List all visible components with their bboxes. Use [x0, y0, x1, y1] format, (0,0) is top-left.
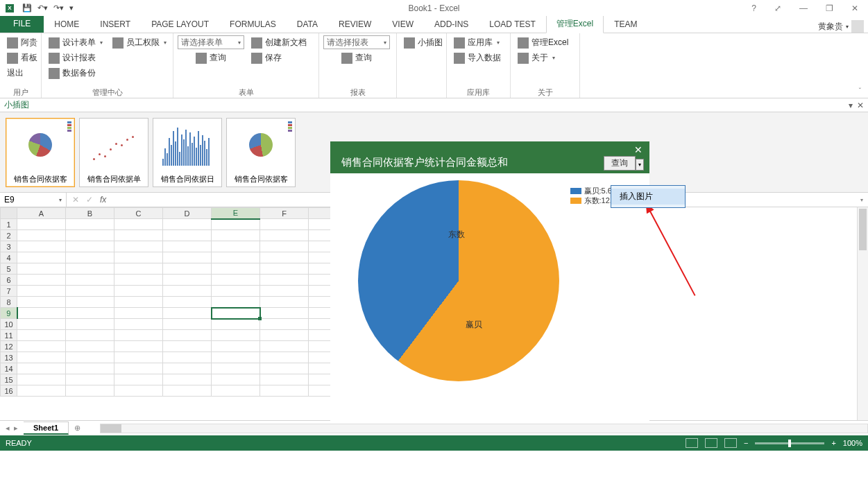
cell-F14[interactable] [260, 363, 309, 374]
chart-floating-window[interactable]: ✕ 销售合同依据客户统计合同金额总和 查询 ▾ 东数 赢贝 赢贝:5.6 东数:… [330, 141, 649, 426]
cell-A15[interactable] [17, 374, 66, 385]
chart-window-header[interactable]: ✕ 销售合同依据客户统计合同金额总和 查询 ▾ [330, 141, 649, 173]
cell-C13[interactable] [114, 352, 163, 363]
ribbon-display-icon[interactable]: ⤢ [770, 2, 785, 15]
cell-C15[interactable] [114, 374, 163, 385]
row-header-16[interactable]: 16 [1, 385, 17, 397]
cell-F2[interactable] [260, 230, 309, 241]
cell-D8[interactable] [163, 297, 212, 308]
cell-A8[interactable] [17, 297, 66, 308]
cell-C14[interactable] [114, 363, 163, 374]
cell-C4[interactable] [114, 252, 163, 263]
col-header-A[interactable]: A [17, 208, 66, 219]
sheet-nav-first-icon[interactable]: ◂ [6, 424, 10, 433]
redo-icon[interactable]: ↷▾ [53, 3, 64, 12]
form-query-button[interactable]: 查询 [178, 51, 244, 65]
cell-D11[interactable] [163, 330, 212, 341]
cell-E3[interactable] [212, 241, 260, 252]
cell-F13[interactable] [260, 352, 309, 363]
import-data-button[interactable]: 导入数据 [451, 51, 504, 65]
kanban-button[interactable]: 看板 [4, 51, 40, 65]
save-doc-button[interactable]: 保存 [248, 51, 309, 65]
cell-E16[interactable] [212, 385, 260, 397]
cell-D4[interactable] [163, 252, 212, 263]
mini-chart-button[interactable]: 小插图 [401, 35, 445, 50]
view-normal-icon[interactable] [686, 438, 698, 448]
cell-F15[interactable] [260, 374, 309, 385]
gallery-item-0[interactable]: 销售合同依据客 [6, 118, 75, 187]
gallery-item-3[interactable]: 销售合同依据客 [226, 118, 296, 187]
cell-D2[interactable] [163, 230, 212, 241]
cell-A16[interactable] [17, 385, 66, 397]
cell-E9[interactable] [212, 308, 260, 319]
tab-addins[interactable]: ADD-INS [424, 16, 479, 33]
menu-insert-image[interactable]: 插入图片 [611, 189, 685, 205]
cell-C8[interactable] [114, 297, 163, 308]
cell-E2[interactable] [212, 230, 260, 241]
cell-A6[interactable] [17, 275, 66, 286]
vertical-scrollbar[interactable] [857, 207, 868, 420]
cell-C10[interactable] [114, 319, 163, 330]
design-form-button[interactable]: 设计表单 [46, 35, 105, 50]
row-header-2[interactable]: 2 [1, 230, 17, 241]
cell-E5[interactable] [212, 263, 260, 275]
cell-E8[interactable] [212, 297, 260, 308]
cell-C3[interactable] [114, 241, 163, 252]
tab-review[interactable]: REVIEW [328, 16, 382, 33]
cell-A3[interactable] [17, 241, 66, 252]
horizontal-scrollbar[interactable] [100, 424, 868, 433]
cell-E7[interactable] [212, 286, 260, 297]
tab-home[interactable]: HOME [44, 16, 90, 33]
tab-formulas[interactable]: FORMULAS [219, 16, 287, 33]
cell-F5[interactable] [260, 263, 309, 275]
cell-A10[interactable] [17, 319, 66, 330]
row-header-5[interactable]: 5 [1, 263, 17, 275]
cell-B12[interactable] [66, 341, 114, 352]
cell-B16[interactable] [66, 385, 114, 397]
minimize-button[interactable]: — [795, 2, 812, 15]
tab-insert[interactable]: INSERT [90, 16, 141, 33]
cell-F4[interactable] [260, 252, 309, 263]
exit-button[interactable]: 退出 [4, 66, 40, 80]
cell-F6[interactable] [260, 275, 309, 286]
data-backup-button[interactable]: 数据备份 [46, 66, 105, 80]
cell-B1[interactable] [66, 219, 114, 230]
accept-formula-icon[interactable]: ✓ [86, 195, 93, 205]
tab-file[interactable]: FILE [0, 15, 44, 33]
cell-F11[interactable] [260, 330, 309, 341]
cell-B15[interactable] [66, 374, 114, 385]
new-doc-button[interactable]: 创建新文档 [248, 35, 309, 50]
cell-D16[interactable] [163, 385, 212, 397]
cell-F12[interactable] [260, 341, 309, 352]
cell-D14[interactable] [163, 363, 212, 374]
zoom-out-button[interactable]: − [744, 439, 748, 447]
cell-A13[interactable] [17, 352, 66, 363]
form-select-combo[interactable]: 请选择表单 [178, 35, 244, 49]
cell-E1[interactable] [212, 219, 260, 230]
cell-C9[interactable] [114, 308, 163, 319]
design-report-button[interactable]: 设计报表 [46, 51, 105, 65]
cell-E4[interactable] [212, 252, 260, 263]
row-header-10[interactable]: 10 [1, 319, 17, 330]
cell-A14[interactable] [17, 363, 66, 374]
cell-E10[interactable] [212, 319, 260, 330]
cell-A12[interactable] [17, 341, 66, 352]
close-button[interactable]: ✕ [847, 2, 862, 15]
cancel-formula-icon[interactable]: ✕ [72, 195, 79, 205]
col-header-D[interactable]: D [163, 208, 212, 219]
cell-B3[interactable] [66, 241, 114, 252]
row-header-14[interactable]: 14 [1, 363, 17, 374]
save-icon[interactable]: 💾 [22, 3, 32, 12]
manage-excel-button[interactable]: 管理Excel [515, 35, 571, 50]
row-header-6[interactable]: 6 [1, 275, 17, 286]
chart-query-dropdown[interactable]: ▾ [636, 159, 644, 171]
user-agui-button[interactable]: 阿贵 [4, 35, 40, 50]
report-query-button[interactable]: 查询 [323, 51, 390, 65]
report-select-combo[interactable]: 请选择报表 [323, 35, 390, 49]
collapse-ribbon-icon[interactable]: ˇ [852, 85, 868, 98]
cell-C5[interactable] [114, 263, 163, 275]
cell-E6[interactable] [212, 275, 260, 286]
cell-B7[interactable] [66, 286, 114, 297]
cell-C12[interactable] [114, 341, 163, 352]
cell-A11[interactable] [17, 330, 66, 341]
